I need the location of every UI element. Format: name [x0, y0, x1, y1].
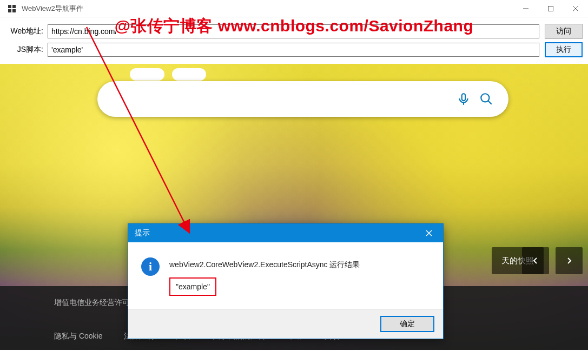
message-dialog: 提示 i webView2.CoreWebView2.ExecuteScript…	[128, 223, 444, 339]
dialog-message: webView2.CoreWebView2.ExecuteScriptAsync…	[169, 257, 360, 296]
svg-line-11	[488, 101, 492, 104]
bing-chip-1[interactable]	[130, 68, 164, 81]
url-label: Web地址:	[5, 27, 48, 36]
microphone-icon[interactable]	[455, 91, 472, 107]
svg-rect-5	[549, 6, 553, 11]
svg-rect-3	[12, 9, 16, 12]
svg-rect-1	[12, 5, 16, 8]
webview-area: 天的快照 增值电信业务经营许可证：合字B2-20090007 京ICP备1003…	[0, 64, 588, 350]
next-image-button[interactable]	[556, 247, 583, 274]
svg-rect-8	[462, 94, 466, 101]
app-icon	[5, 2, 18, 15]
url-input[interactable]	[48, 24, 539, 38]
close-button[interactable]	[563, 0, 588, 17]
prev-image-button[interactable]	[522, 247, 549, 274]
dialog-ok-button[interactable]: 确定	[380, 316, 434, 332]
dialog-title: 提示	[135, 228, 150, 238]
dialog-result: "example"	[169, 277, 216, 296]
bing-top-buttons	[130, 68, 206, 81]
search-icon[interactable]	[478, 91, 494, 107]
toolbar: Web地址: 访问 JS脚本: 执行	[0, 17, 588, 64]
dialog-line1: webView2.CoreWebView2.ExecuteScriptAsync…	[169, 257, 360, 272]
window-controls	[513, 0, 588, 17]
titlebar: WebView2导航事件	[0, 0, 588, 17]
execute-button[interactable]: 执行	[545, 42, 583, 57]
svg-point-10	[481, 94, 489, 102]
minimize-button[interactable]	[513, 0, 538, 17]
window-title: WebView2导航事件	[22, 4, 83, 14]
footer-link[interactable]: 隐私与 Cookie	[54, 332, 102, 341]
bing-chip-2[interactable]	[172, 68, 207, 81]
visit-button[interactable]: 访问	[545, 24, 583, 39]
dialog-close-button[interactable]	[421, 226, 437, 241]
dialog-titlebar[interactable]: 提示	[128, 224, 443, 242]
svg-rect-0	[8, 5, 11, 8]
js-label: JS脚本:	[5, 45, 48, 55]
js-input[interactable]	[48, 43, 539, 57]
bing-search-bar[interactable]	[97, 81, 508, 117]
maximize-button[interactable]	[538, 0, 563, 17]
svg-rect-2	[8, 9, 11, 12]
info-icon: i	[141, 257, 160, 276]
